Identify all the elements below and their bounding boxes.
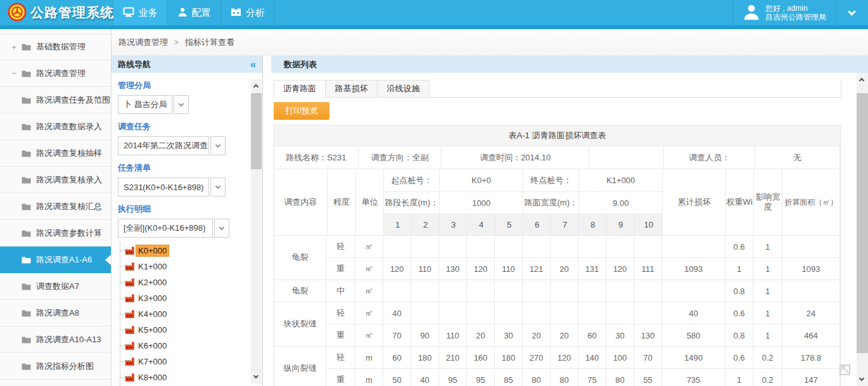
scrollbar-thumb[interactable] bbox=[251, 93, 262, 169]
filter-label-2: 任务清单 bbox=[118, 162, 256, 174]
sidebar-item-7[interactable]: 路况调查参数计算 bbox=[0, 220, 111, 247]
tree-item-K1+000[interactable]: K1+000 bbox=[120, 259, 262, 274]
task-list-select[interactable]: S231(K0+0-K16+898) bbox=[118, 177, 256, 196]
table-info-row: 路线名称：S231调查方向：全副调查时间：2014.10调查人员：无 bbox=[274, 146, 840, 169]
sidebar-item-5[interactable]: 路况调查复核录入 bbox=[0, 167, 111, 193]
info-cell-0: 路线名称：S231 bbox=[274, 146, 359, 169]
tab-2[interactable]: 沿线设施 bbox=[378, 80, 430, 98]
value-cell: 20 bbox=[551, 325, 578, 347]
sidebar-item-label: 调查数据A7 bbox=[36, 281, 79, 292]
station-icon bbox=[125, 262, 135, 271]
sidebar-item-label: 路况调查A1-A6 bbox=[36, 254, 92, 266]
breadcrumb-separator: > bbox=[174, 38, 179, 47]
value-cell: 111 bbox=[634, 258, 662, 280]
tree-item-K2+000[interactable]: K2+000 bbox=[120, 274, 262, 290]
collapse-panel-icon[interactable]: « bbox=[250, 59, 256, 70]
value-cell bbox=[439, 302, 467, 325]
tree-item-K5+000[interactable]: K5+000 bbox=[120, 322, 262, 338]
sidebar-item-2[interactable]: 路况调查任务及范围 bbox=[0, 87, 111, 113]
value-cell bbox=[467, 236, 495, 258]
branch-select[interactable]: 卜 昌吉分局 bbox=[118, 95, 256, 114]
station-icon bbox=[125, 247, 135, 255]
tree-connector bbox=[120, 361, 125, 362]
value-cell: 131 bbox=[578, 258, 606, 280]
expand-icon[interactable] bbox=[837, 361, 853, 379]
sidebar-item-11[interactable]: 路况调查A10-A13 bbox=[0, 326, 111, 353]
app-title: 公路管理系统 bbox=[30, 4, 114, 22]
select-value[interactable]: S231(K0+0-K16+898) bbox=[118, 177, 209, 196]
value-cell bbox=[411, 302, 439, 325]
sidebar-item-1[interactable]: −路况调查管理 bbox=[0, 60, 111, 87]
select-chevron-button[interactable] bbox=[214, 219, 229, 238]
user-menu[interactable]: 您好 , admin 昌吉州公路管理局 bbox=[733, 0, 835, 25]
value-cell: 120 bbox=[383, 258, 411, 280]
col-impact-width: 影响宽度 bbox=[754, 169, 783, 236]
collapse-minus-icon[interactable]: − bbox=[10, 68, 18, 78]
impact-cell: 1 bbox=[753, 258, 782, 280]
tree-item-K8+000[interactable]: K8+000 bbox=[120, 370, 262, 385]
tree-item-K3+000[interactable]: K3+000 bbox=[120, 290, 262, 306]
top-nav-tab-business[interactable]: 业务 bbox=[113, 0, 167, 25]
top-nav-tab-analysis[interactable]: 分析 bbox=[221, 0, 275, 25]
detail-select[interactable]: [全副](K0+0-K16+898) bbox=[118, 219, 256, 238]
value-cell bbox=[578, 236, 606, 258]
info-cell-2: 调查时间：2014.10 bbox=[442, 146, 589, 169]
sidebar-item-12[interactable]: 路况指标分析图 bbox=[0, 353, 111, 380]
sidebar-item-9[interactable]: 调查数据A7 bbox=[0, 273, 111, 300]
value-cell: 30 bbox=[606, 325, 634, 347]
select-value[interactable]: 2014年第二次路况调查 bbox=[118, 136, 209, 155]
section-number: 9 bbox=[607, 214, 635, 236]
tree-item-K0+000[interactable]: K0+000 bbox=[120, 243, 262, 259]
tree-item-K6+000[interactable]: K6+000 bbox=[120, 338, 262, 354]
sidebar-item-3[interactable]: 路况调查数据录入 bbox=[0, 113, 111, 140]
sidebar-item-label: 基础数据管理 bbox=[36, 41, 86, 53]
folder-icon bbox=[22, 150, 31, 157]
scroll-up-icon[interactable] bbox=[253, 84, 258, 89]
tree-item-K7+000[interactable]: K7+000 bbox=[120, 354, 262, 370]
expand-plus-icon[interactable]: + bbox=[10, 42, 18, 52]
tree-item-label: K8+000 bbox=[136, 371, 169, 383]
sidebar-item-10[interactable]: 路况调查A8 bbox=[0, 300, 111, 326]
tab-1[interactable]: 路基损坏 bbox=[326, 80, 378, 98]
weight-cell: 0.8 bbox=[725, 325, 753, 347]
sidebar-item-8[interactable]: 路况调查A1-A6 bbox=[0, 247, 111, 273]
print-preview-button[interactable]: 打印预览 bbox=[274, 102, 329, 120]
value-cell: 110 bbox=[439, 325, 467, 347]
select-value[interactable]: 卜 昌吉分局 bbox=[118, 95, 172, 114]
value-cell bbox=[634, 302, 662, 325]
nav-panel-scrollbar[interactable] bbox=[251, 79, 262, 383]
section-number: 3 bbox=[440, 214, 468, 236]
sidebar-item-0[interactable]: +基础数据管理 bbox=[0, 34, 111, 60]
scroll-up-icon[interactable] bbox=[859, 78, 864, 83]
value-cell: 95 bbox=[467, 369, 495, 386]
width-value: 9.00 bbox=[579, 192, 663, 214]
chevron-down-icon[interactable] bbox=[835, 0, 868, 25]
sidebar-item-6[interactable]: 路况调查复核汇总 bbox=[0, 193, 111, 220]
breadcrumb-item-parent[interactable]: 路况调查管理 bbox=[118, 37, 168, 48]
scroll-down-icon[interactable] bbox=[253, 373, 258, 378]
top-nav-label: 业务 bbox=[139, 7, 158, 19]
select-value[interactable]: [全副](K0+0-K16+898) bbox=[118, 219, 213, 238]
scrollbar-thumb[interactable] bbox=[857, 93, 868, 353]
top-nav-tab-config[interactable]: 配置 bbox=[167, 0, 221, 25]
sidebar-item-4[interactable]: 路况调查复核抽样 bbox=[0, 140, 111, 167]
table-row: 重m5040959585808075805573510.2147 bbox=[326, 369, 840, 386]
info-cell-5: 无 bbox=[755, 146, 840, 169]
sidebar-item-13[interactable]: 路况指标汇总 bbox=[0, 380, 111, 386]
task-select[interactable]: 2014年第二次路况调查 bbox=[118, 136, 256, 155]
tree-item-K4+000[interactable]: K4+000 bbox=[120, 306, 262, 322]
select-chevron-button[interactable] bbox=[210, 136, 226, 155]
select-chevron-button[interactable] bbox=[174, 95, 189, 114]
col-content: 调查内容 bbox=[274, 169, 328, 236]
start-stake-label: 起点桩号： bbox=[384, 169, 440, 192]
station-icon bbox=[125, 342, 135, 350]
impact-cell: 0.2 bbox=[753, 369, 782, 386]
section-number: 6 bbox=[523, 214, 551, 236]
filter-label-1: 调查任务 bbox=[118, 121, 256, 132]
select-chevron-button[interactable] bbox=[210, 177, 226, 196]
tab-0[interactable]: 沥青路面 bbox=[274, 80, 326, 98]
col-weight: 权重Wi bbox=[726, 169, 754, 236]
scroll-down-icon[interactable] bbox=[859, 376, 864, 381]
station-icon bbox=[125, 357, 135, 366]
main-scrollbar[interactable] bbox=[857, 73, 868, 386]
